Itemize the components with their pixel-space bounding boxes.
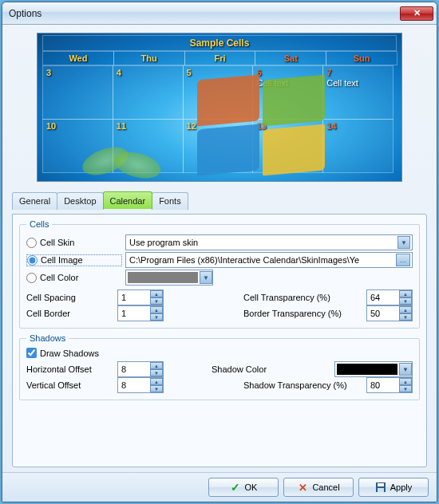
spin-up-icon[interactable]: ▲ [399, 306, 412, 313]
cell-transp-label: Cell Transparency (%) [243, 293, 363, 302]
titlebar[interactable]: Options ✕ [2, 2, 437, 25]
cell-image-path[interactable]: C:\Program Files (x86)\Interactive Calen… [125, 252, 413, 268]
preview-header: Wed [42, 51, 114, 65]
cell-border-spinner[interactable]: 1 ▲▼ [117, 305, 164, 321]
svg-rect-2 [378, 488, 384, 492]
close-button[interactable]: ✕ [400, 6, 433, 21]
preview-header: Sun [326, 51, 397, 65]
browse-button[interactable]: … [396, 254, 410, 266]
cell-color-swatch [128, 272, 198, 283]
draw-shadows-checkbox[interactable]: Draw Shadows [26, 348, 413, 358]
border-transp-spinner[interactable]: 50 ▲▼ [366, 305, 413, 321]
options-window: Options ✕ Sample Cells WedThuFriSatSun 3… [2, 2, 437, 502]
chevron-down-icon: ▼ [399, 363, 412, 376]
hoff-spinner[interactable]: 8 ▲▼ [117, 361, 164, 377]
preview-cell: 12 [183, 119, 254, 173]
spin-down-icon[interactable]: ▼ [150, 385, 163, 392]
shadow-transp-spinner[interactable]: 80 ▲▼ [366, 377, 413, 393]
shadow-color-label: Shadow Color [212, 364, 331, 374]
tab-fonts[interactable]: Fonts [152, 192, 188, 210]
save-icon [375, 482, 386, 493]
check-icon: ✓ [230, 482, 241, 493]
shadow-color-combo[interactable]: ▼ [334, 361, 413, 377]
cell-skin-combo[interactable]: Use program skin ▼ [125, 234, 413, 250]
cell-color-combo[interactable]: ▼ [125, 270, 213, 285]
preview-cell: 6Cell text [252, 65, 323, 120]
cell-spacing-label: Cell Spacing [26, 293, 114, 302]
spin-down-icon[interactable]: ▼ [399, 297, 412, 305]
shadow-color-swatch [337, 364, 397, 375]
preview-cell: 5 [183, 65, 254, 120]
preview-header: Thu [113, 51, 185, 65]
hoff-label: Horizontal Offset [26, 364, 114, 374]
ok-button[interactable]: ✓ OK [208, 478, 279, 497]
cell-border-label: Cell Border [26, 309, 114, 318]
cell-color-radio[interactable]: Cell Color [26, 273, 122, 283]
tab-calendar[interactable]: Calendar [103, 191, 153, 209]
shadows-group: Shadows Draw Shadows Horizontal Offset 8… [19, 333, 420, 400]
preview-header: Sat [255, 51, 326, 65]
x-icon: ✕ [297, 482, 308, 493]
spin-up-icon[interactable]: ▲ [150, 362, 163, 369]
spin-down-icon[interactable]: ▼ [150, 369, 163, 376]
tab-desktop[interactable]: Desktop [57, 192, 103, 210]
svg-rect-1 [378, 483, 384, 486]
close-icon: ✕ [413, 8, 421, 18]
shadow-transp-label: Shadow Transparency (%) [243, 380, 363, 390]
cells-legend: Cells [26, 219, 52, 229]
spin-down-icon[interactable]: ▼ [150, 297, 163, 305]
tab-general[interactable]: General [12, 192, 57, 210]
chevron-down-icon: ▼ [397, 236, 410, 249]
preview-cell: 7Cell text [322, 65, 394, 120]
button-bar: ✓ OK ✕ Cancel Apply [2, 472, 437, 502]
cell-image-radio[interactable]: Cell Image [26, 254, 122, 266]
spin-up-icon[interactable]: ▲ [150, 378, 163, 385]
cells-group: Cells Cell Skin Use program skin ▼ Cell … [19, 219, 420, 329]
calendar-preview: Sample Cells WedThuFriSatSun 3456Cell te… [37, 33, 402, 182]
preview-cell: 3 [42, 65, 113, 120]
window-title: Options [9, 8, 42, 19]
spin-up-icon[interactable]: ▲ [150, 290, 163, 297]
voff-label: Vertical Offset [26, 380, 114, 390]
preview-headers: WedThuFriSatSun [42, 51, 397, 65]
shadows-legend: Shadows [26, 333, 69, 343]
spin-down-icon[interactable]: ▼ [399, 313, 412, 321]
cell-transp-spinner[interactable]: 64 ▲▼ [366, 289, 413, 305]
spin-up-icon[interactable]: ▲ [399, 378, 412, 385]
preview-cell: 14 [322, 119, 394, 173]
chevron-down-icon: ▼ [200, 271, 212, 284]
tab-panel-calendar: Cells Cell Skin Use program skin ▼ Cell … [12, 214, 427, 467]
preview-header: Fri [184, 51, 256, 65]
spin-down-icon[interactable]: ▼ [399, 385, 412, 392]
spin-up-icon[interactable]: ▲ [150, 306, 163, 313]
window-body: Sample Cells WedThuFriSatSun 3456Cell te… [2, 25, 437, 472]
preview-cell: 13 [252, 119, 323, 173]
voff-spinner[interactable]: 8 ▲▼ [117, 377, 164, 393]
spin-down-icon[interactable]: ▼ [150, 313, 163, 321]
preview-title: Sample Cells [190, 37, 250, 49]
apply-button[interactable]: Apply [358, 478, 429, 497]
cell-skin-radio[interactable]: Cell Skin [26, 238, 122, 248]
border-transp-label: Border Transparency (%) [243, 309, 363, 318]
tab-strip: GeneralDesktopCalendarFonts [12, 191, 427, 209]
cancel-button[interactable]: ✕ Cancel [283, 478, 354, 497]
preview-cell: 4 [113, 65, 184, 120]
cell-spacing-spinner[interactable]: 1 ▲▼ [117, 289, 164, 305]
spin-up-icon[interactable]: ▲ [399, 290, 412, 297]
